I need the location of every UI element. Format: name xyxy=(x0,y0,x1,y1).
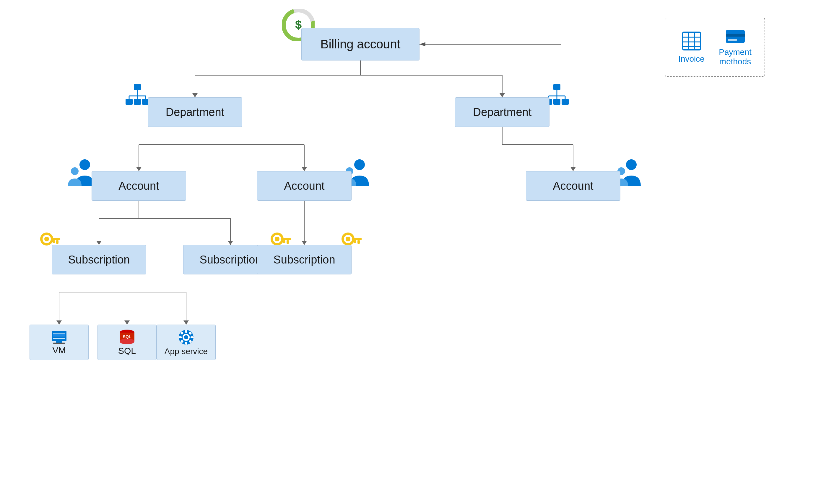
svg-rect-76 xyxy=(358,240,360,244)
svg-rect-50 xyxy=(553,99,561,105)
sub2-label: Subscription xyxy=(200,253,261,266)
svg-rect-95 xyxy=(191,336,193,338)
svg-rect-92 xyxy=(185,330,187,333)
svg-point-59 xyxy=(354,159,365,170)
svg-marker-16 xyxy=(570,167,576,171)
svg-rect-67 xyxy=(53,240,55,243)
svg-point-57 xyxy=(80,159,90,170)
svg-point-74 xyxy=(346,237,350,241)
account2-label: Account xyxy=(284,180,324,192)
svg-rect-48 xyxy=(553,84,561,90)
sub1-label: Subscription xyxy=(68,253,130,266)
app-service-node: App service xyxy=(157,325,216,360)
svg-rect-41 xyxy=(134,99,141,105)
svg-rect-83 xyxy=(56,341,62,343)
svg-rect-82 xyxy=(53,336,65,338)
svg-rect-65 xyxy=(51,238,60,240)
svg-marker-31 xyxy=(124,321,130,325)
sql-node: SQL SQL xyxy=(98,325,157,360)
svg-rect-108 xyxy=(728,39,737,41)
svg-rect-51 xyxy=(562,99,569,105)
dept2-node: Department xyxy=(455,97,549,127)
svg-rect-107 xyxy=(726,34,745,37)
svg-rect-80 xyxy=(53,332,65,334)
svg-point-58 xyxy=(71,167,79,175)
svg-rect-72 xyxy=(283,240,285,243)
diagram-container: $ Billing account Department xyxy=(0,0,839,504)
svg-rect-40 xyxy=(125,99,133,105)
svg-rect-77 xyxy=(354,240,356,243)
svg-marker-6 xyxy=(500,93,505,97)
payment-label: Payment methods xyxy=(719,48,752,66)
app-service-label: App service xyxy=(165,347,208,356)
account1-node: Account xyxy=(91,171,186,201)
sql-label: SQL xyxy=(118,346,136,356)
dept1-node: Department xyxy=(148,97,242,127)
account1-label: Account xyxy=(118,180,159,192)
svg-marker-22 xyxy=(228,241,233,245)
invoice-item: Invoice xyxy=(678,31,705,64)
dept1-icon xyxy=(124,83,151,109)
svg-text:SQL: SQL xyxy=(123,334,132,339)
svg-point-69 xyxy=(275,237,279,241)
billing-account-node: Billing account xyxy=(301,28,420,60)
svg-point-87 xyxy=(120,339,134,344)
dept2-label: Department xyxy=(473,106,532,119)
svg-marker-12 xyxy=(302,167,307,171)
dept1-label: Department xyxy=(166,106,224,119)
svg-point-91 xyxy=(184,335,188,339)
svg-rect-84 xyxy=(53,343,65,344)
vm-node: VM xyxy=(30,325,89,360)
vm-label: VM xyxy=(53,345,66,355)
svg-rect-93 xyxy=(185,342,187,345)
sub3-label: Subscription xyxy=(273,253,335,266)
svg-marker-32 xyxy=(184,321,189,325)
svg-point-61 xyxy=(626,159,637,170)
svg-rect-71 xyxy=(287,240,289,244)
svg-rect-66 xyxy=(56,240,58,244)
svg-rect-100 xyxy=(683,32,700,50)
svg-rect-75 xyxy=(352,238,362,240)
account2-node: Account xyxy=(257,171,352,201)
account3-label: Account xyxy=(553,180,593,192)
svg-marker-11 xyxy=(136,167,141,171)
svg-rect-94 xyxy=(179,336,182,338)
svg-rect-70 xyxy=(281,238,291,240)
billing-account-label: Billing account xyxy=(321,37,400,51)
svg-marker-24 xyxy=(302,241,307,245)
svg-marker-30 xyxy=(56,321,62,325)
svg-rect-39 xyxy=(134,84,141,90)
invoice-label: Invoice xyxy=(678,54,705,64)
payment-methods-item: Payment methods xyxy=(719,28,752,66)
account3-node: Account xyxy=(526,171,620,201)
svg-marker-21 xyxy=(96,241,102,245)
svg-marker-5 xyxy=(192,93,198,97)
sub3-node: Subscription xyxy=(257,245,352,274)
svg-rect-81 xyxy=(53,334,65,336)
svg-text:$: $ xyxy=(295,18,302,31)
svg-point-64 xyxy=(44,237,49,241)
sub1-node: Subscription xyxy=(52,245,146,274)
invoice-payment-box: Invoice Payment methods xyxy=(665,18,765,77)
